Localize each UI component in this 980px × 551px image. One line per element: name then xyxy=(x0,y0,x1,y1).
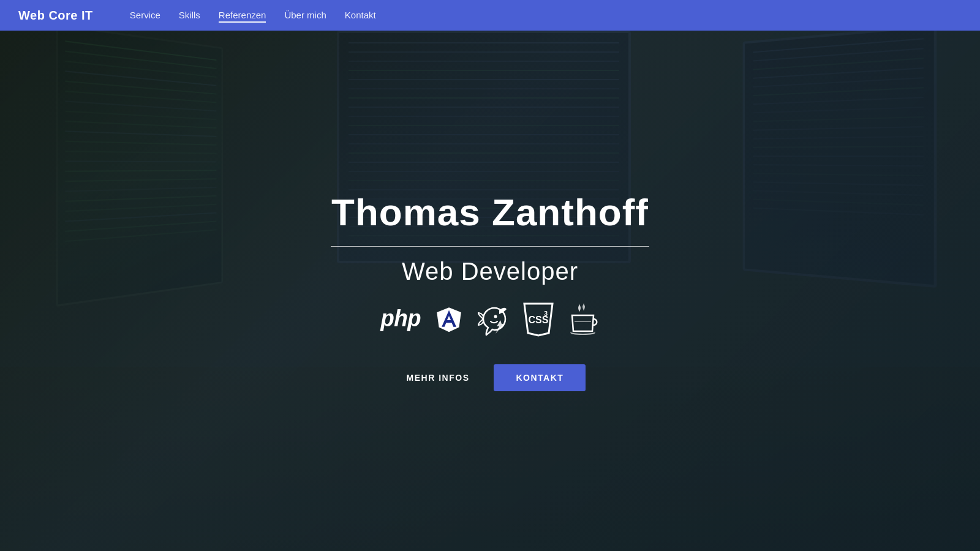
java-svg xyxy=(566,303,600,337)
tech-icons-row: php xyxy=(380,302,599,337)
angular-svg xyxy=(433,302,465,337)
php-logo: php xyxy=(380,307,420,333)
hero-divider xyxy=(331,246,649,247)
nav-brand[interactable]: Web Core IT xyxy=(18,9,93,23)
hero-name: Thomas Zanthoff xyxy=(331,190,649,234)
css3-icon: CSS 3 xyxy=(523,302,554,337)
nav-link-ueber-mich[interactable]: Über mich xyxy=(284,10,326,20)
svg-point-5 xyxy=(494,315,497,318)
nav-item-ueber-mich[interactable]: Über mich xyxy=(284,10,326,21)
kontakt-button[interactable]: KONTAKT xyxy=(494,364,586,391)
php-icon: php xyxy=(380,307,420,333)
nav-links: Service Skills Referenzen Über mich Kont… xyxy=(130,10,376,21)
nav-item-service[interactable]: Service xyxy=(130,10,160,21)
nav-item-referenzen[interactable]: Referenzen xyxy=(219,10,266,21)
svg-text:3: 3 xyxy=(544,310,548,317)
nav-link-skills[interactable]: Skills xyxy=(179,10,200,20)
mehr-infos-button[interactable]: MEHR INFOS xyxy=(394,365,482,390)
hero-content: Thomas Zanthoff Web Developer php xyxy=(0,0,980,551)
css3-svg: CSS 3 xyxy=(523,302,554,337)
hero-buttons: MEHR INFOS KONTAKT xyxy=(394,364,586,391)
navbar: Web Core IT Service Skills Referenzen Üb… xyxy=(0,0,980,31)
angular-icon xyxy=(433,302,465,337)
nav-link-kontakt[interactable]: Kontakt xyxy=(345,10,376,20)
mysql-icon xyxy=(477,303,511,337)
mysql-svg xyxy=(477,303,511,337)
nav-item-kontakt[interactable]: Kontakt xyxy=(345,10,376,21)
hero-subtitle: Web Developer xyxy=(402,258,578,285)
nav-link-service[interactable]: Service xyxy=(130,10,160,20)
nav-link-referenzen[interactable]: Referenzen xyxy=(219,10,266,23)
hero-section: Thomas Zanthoff Web Developer php xyxy=(0,0,980,551)
java-icon xyxy=(566,303,600,337)
nav-item-skills[interactable]: Skills xyxy=(179,10,200,21)
